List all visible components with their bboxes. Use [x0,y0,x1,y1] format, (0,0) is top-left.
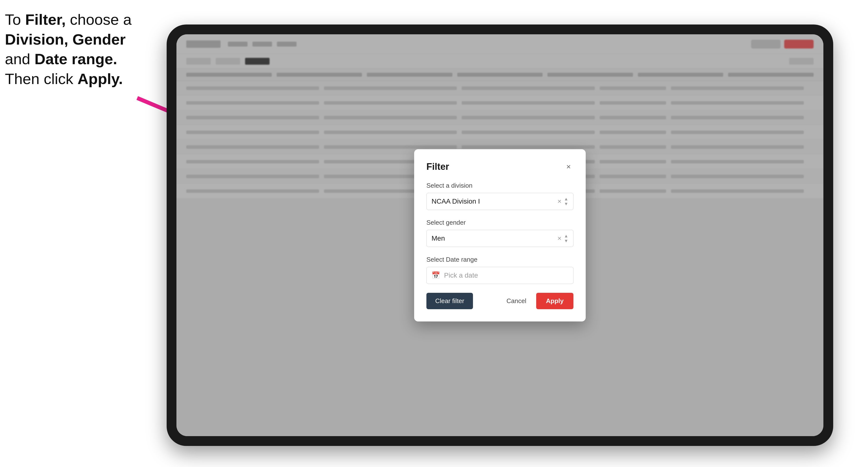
filter-modal: Filter × Select a division NCAA Division… [414,149,586,321]
gender-arrows: ▲ ▼ [564,234,568,243]
date-form-group: Select Date range 📅 Pick a date [426,256,574,284]
modal-header: Filter × [426,161,574,172]
gender-label: Select gender [426,219,574,226]
arrow-up-icon: ▲ [564,197,568,201]
division-gender-bold: Division, Gender [5,31,126,48]
cancel-button[interactable]: Cancel [502,293,531,309]
division-select-controls: × ▲ ▼ [558,197,568,206]
apply-button[interactable]: Apply [536,293,574,309]
calendar-icon: 📅 [432,271,440,279]
gender-clear-icon[interactable]: × [558,235,561,242]
division-select-value: NCAA Division I [432,197,480,205]
gender-select-controls: × ▲ ▼ [558,234,568,243]
division-label: Select a division [426,182,574,189]
gender-select-value: Men [432,235,445,242]
modal-footer: Clear filter Cancel Apply [426,293,574,309]
arrow-down-icon: ▼ [564,201,568,206]
clear-filter-button[interactable]: Clear filter [426,293,473,309]
date-range-bold: Date range. [35,51,117,67]
division-select[interactable]: NCAA Division I × ▲ ▼ [426,193,574,210]
gender-select[interactable]: Men × ▲ ▼ [426,230,574,247]
arrow-up-icon: ▲ [564,234,568,238]
modal-close-button[interactable]: × [564,162,574,172]
division-clear-icon[interactable]: × [558,197,561,205]
division-arrows: ▲ ▼ [564,197,568,206]
apply-bold: Apply. [78,70,123,87]
date-label: Select Date range [426,256,574,263]
filter-bold: Filter, [25,11,66,28]
instruction-line4: Then click Apply. [5,70,123,87]
arrow-down-icon: ▼ [564,239,568,243]
modal-title: Filter [426,161,449,172]
instruction-line3: and Date range. [5,51,117,67]
division-form-group: Select a division NCAA Division I × ▲ ▼ [426,182,574,210]
instruction-panel: To Filter, choose a Division, Gender and… [5,10,147,89]
gender-form-group: Select gender Men × ▲ ▼ [426,219,574,247]
tablet-device: Filter × Select a division NCAA Division… [167,25,833,446]
tablet-screen: Filter × Select a division NCAA Division… [177,34,824,436]
date-input[interactable]: 📅 Pick a date [426,267,574,284]
date-placeholder: Pick a date [444,272,478,279]
instruction-line1: To Filter, choose a [5,11,132,28]
modal-overlay: Filter × Select a division NCAA Division… [177,34,824,436]
modal-footer-right: Cancel Apply [502,293,574,309]
